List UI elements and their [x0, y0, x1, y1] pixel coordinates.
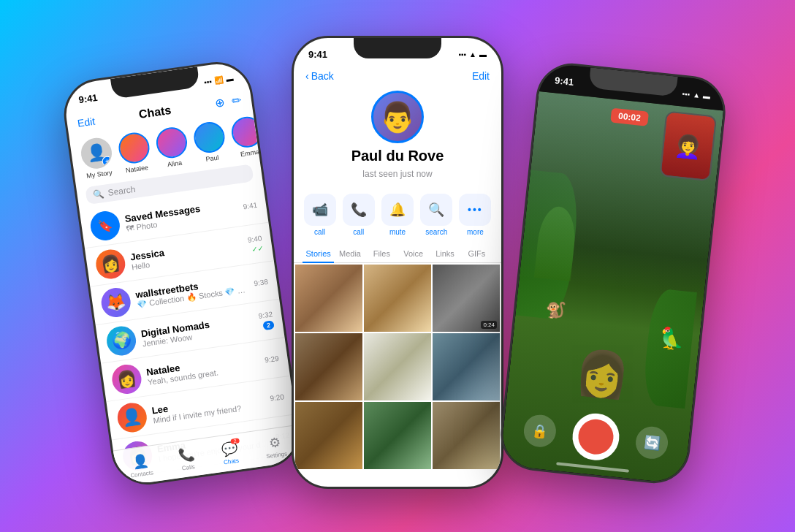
nomads-time: 9:32 — [258, 310, 273, 320]
profile-edit-button[interactable]: Edit — [472, 70, 490, 82]
new-group-icon[interactable]: ⊕ — [214, 96, 226, 111]
tab-stories[interactable]: Stories — [303, 245, 334, 262]
search-icon: 🔍 — [93, 189, 105, 200]
profile-tabs: Stories Media Files Voice Links GIFs — [294, 245, 501, 263]
mute-label: mute — [389, 228, 406, 236]
record-button[interactable] — [570, 411, 621, 463]
nomads-avatar: 🌍 — [104, 324, 137, 357]
lee-info: Lee Mind if I invite my friend? — [151, 390, 266, 425]
tab-chats-active[interactable]: 💬 Chats 2 — [221, 440, 240, 466]
natalee-avatar — [117, 131, 151, 165]
voice-call-label: call — [353, 228, 364, 236]
lee-avatar: 👤 — [115, 401, 148, 434]
back-button[interactable]: ‹ Back — [305, 70, 334, 82]
emma-avatar — [229, 115, 259, 149]
signal-icon-3: ▪▪▪ — [682, 89, 691, 98]
wifi-icon-2: ▲ — [469, 50, 476, 58]
tab-calls[interactable]: 📞 Calls — [178, 446, 197, 472]
search-action-label: search — [425, 228, 447, 236]
lock-icon: 🔒 — [530, 422, 548, 440]
action-mute[interactable]: 🔔 mute — [380, 194, 414, 236]
status-time-1: 9:41 — [78, 91, 99, 104]
tab-voice[interactable]: Voice — [398, 245, 429, 262]
tab-gifs[interactable]: GIFs — [461, 245, 492, 262]
profile-avatar: 👨 — [371, 91, 424, 143]
action-video-call[interactable]: 📹 call — [303, 194, 337, 236]
battery-icon: ▬ — [226, 74, 234, 83]
lee-time: 9:20 — [270, 392, 285, 403]
add-story-badge: + — [102, 156, 113, 167]
voice-call-icon: 📞 — [343, 194, 375, 226]
wallstreet-time: 9:38 — [254, 277, 269, 287]
compose-icon[interactable]: ✏ — [231, 94, 243, 109]
lock-button[interactable]: 🔒 — [522, 414, 557, 449]
natalee-story-label: Natalee — [125, 164, 148, 174]
media-cell-9[interactable] — [433, 402, 500, 469]
paul-avatar — [192, 120, 227, 154]
video-duration: 0:24 — [481, 321, 497, 329]
status-icons-1: ▪▪▪ 📶 ▬ — [203, 74, 234, 86]
paul-story-label: Paul — [205, 153, 219, 162]
profile-status: last seen just now — [362, 169, 432, 179]
story-paul[interactable]: Paul — [191, 120, 229, 164]
jessica-meta: 9:40 ✓✓ — [247, 234, 264, 254]
contacts-label: Contacts — [130, 469, 154, 479]
story-alina[interactable]: Alina — [153, 125, 191, 170]
chats-tab-label: Chats — [224, 457, 240, 466]
action-voice-call[interactable]: 📞 call — [341, 194, 376, 236]
video-call-icon: 📹 — [304, 194, 336, 226]
saved-messages-time: 9:41 — [243, 200, 258, 210]
flip-button[interactable]: 🔄 — [634, 425, 669, 460]
media-cell-8[interactable] — [364, 402, 431, 469]
media-cell-4[interactable] — [295, 333, 362, 400]
profile-actions: 📹 call 📞 call 🔔 mute 🔍 search ••• more — [294, 188, 501, 245]
nomads-info: Digital Nomads Jennie: Woow — [140, 313, 255, 348]
more-label: more — [467, 228, 484, 236]
status-time-3: 9:41 — [554, 75, 574, 88]
media-cell-2[interactable] — [364, 265, 431, 332]
chats-badge: 2 — [230, 438, 240, 444]
wallstreet-meta: 9:38 — [254, 277, 269, 287]
action-search[interactable]: 🔍 search — [419, 194, 454, 236]
my-story-avatar: 👤 + — [79, 136, 113, 170]
story-natalee[interactable]: Natalee — [116, 131, 153, 175]
chats-title: Chats — [138, 103, 172, 121]
jessica-check: ✓✓ — [251, 244, 264, 254]
media-grid: 0:24 — [294, 263, 501, 471]
media-cell-5[interactable] — [364, 333, 431, 400]
profile-nav: ‹ Back Edit — [294, 67, 501, 88]
search-action-icon: 🔍 — [420, 194, 452, 226]
record-inner — [577, 417, 615, 456]
saved-messages-avatar: 🔖 — [88, 209, 121, 242]
bird-element: 🦜 — [658, 325, 685, 352]
media-cell-7[interactable] — [295, 402, 362, 469]
story-emma[interactable]: Emma — [229, 115, 259, 159]
flip-icon: 🔄 — [643, 434, 661, 452]
story-my[interactable]: 👤 + My Story — [78, 136, 115, 180]
nomads-badge: 2 — [262, 320, 275, 330]
media-cell-1[interactable] — [295, 265, 362, 332]
video-call-label: call — [314, 228, 325, 236]
phone-video: 9:41 ▪▪▪ ▲ ▬ 🦜 🐒 👩 00:02 👩‍🦱 🔒 — [497, 60, 729, 487]
tab-links[interactable]: Links — [429, 245, 460, 262]
contacts-icon: 👤 — [131, 452, 149, 471]
media-cell-3[interactable]: 0:24 — [433, 265, 500, 332]
natalee-time: 9:29 — [264, 354, 279, 364]
battery-icon-3: ▬ — [703, 91, 711, 100]
edit-button[interactable]: Edit — [77, 115, 96, 129]
media-cell-6[interactable] — [433, 333, 500, 400]
lee-meta: 9:20 — [270, 392, 285, 403]
signal-icon-2: ▪▪▪ — [458, 50, 466, 58]
action-more[interactable]: ••• more — [458, 194, 492, 236]
pip-video[interactable]: 👩‍🦱 — [659, 110, 717, 181]
phone-chats: 9:41 ▪▪▪ 📶 ▬ Edit Chats ⊕ ✏ 👤 + My Story — [59, 58, 304, 490]
tab-files[interactable]: Files — [366, 245, 398, 262]
tab-contacts[interactable]: 👤 Contacts — [128, 452, 154, 479]
profile-name: Paul du Rove — [351, 148, 444, 164]
emma-story-label: Emma — [240, 148, 259, 159]
tab-media[interactable]: Media — [334, 245, 365, 262]
wifi-icon-3: ▲ — [693, 91, 701, 99]
settings-icon: ⚙ — [268, 434, 282, 452]
saved-messages-info: Saved Messages 🗺 Photo — [124, 197, 239, 232]
tab-settings[interactable]: ⚙ Settings — [263, 433, 287, 460]
